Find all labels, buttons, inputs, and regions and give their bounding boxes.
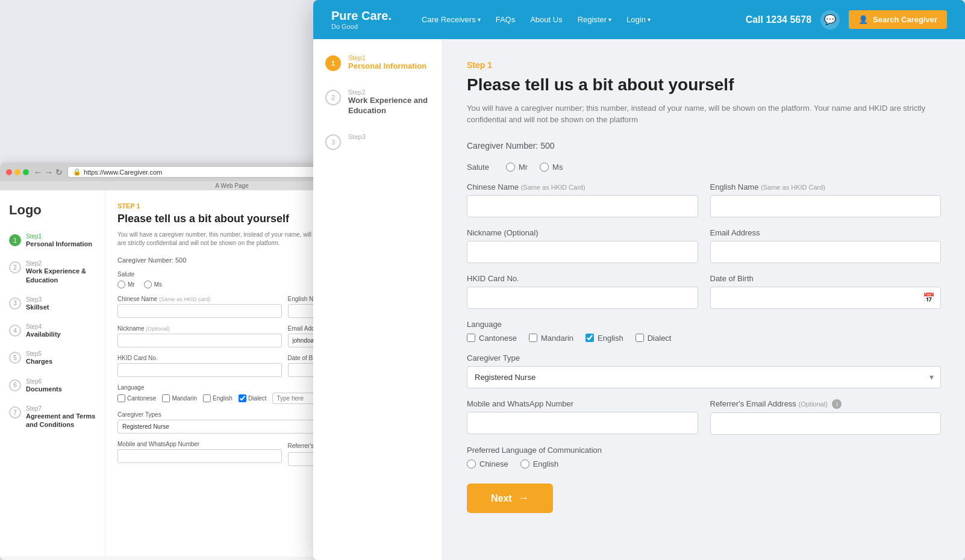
small-step-7-item[interactable]: 7 Step7 Agreement and Terms and Conditio…: [9, 405, 96, 429]
small-cantonese-option[interactable]: Cantonese: [117, 394, 156, 402]
dialect-checkbox[interactable]: [636, 334, 644, 342]
dialect-label: Dialect: [648, 334, 672, 343]
nav-about-us[interactable]: About Us: [530, 15, 562, 24]
nickname-email-row: Nickname (Optional) Email Address: [467, 228, 941, 263]
close-window-dot[interactable]: [6, 169, 12, 175]
next-button-label: Next: [491, 493, 512, 504]
small-radio-mr[interactable]: Mr: [117, 281, 135, 288]
small-step-3-item[interactable]: 3 Step3 Skillset: [9, 296, 96, 311]
forward-arrow-icon[interactable]: →: [45, 167, 53, 177]
small-hkid-input[interactable]: [117, 363, 282, 377]
radio-ms-option[interactable]: Ms: [540, 163, 563, 172]
small-step-2-item[interactable]: 2 Step2 Work Experience & Education: [9, 260, 96, 284]
email-label: Email Address: [710, 228, 942, 237]
form-panel: Step 1 Please tell us a bit about yourse…: [443, 39, 965, 560]
step-3-item[interactable]: 3 Step3: [325, 133, 430, 150]
chinese-name-input[interactable]: [467, 195, 698, 217]
pref-chinese-option[interactable]: Chinese: [467, 459, 508, 468]
url-text: https://www.Caregiver.com: [84, 169, 162, 176]
step-1-item[interactable]: 1 Step1 Personal Information: [325, 54, 430, 72]
next-arrow-icon: →: [518, 492, 529, 505]
step-1-name: Personal Information: [348, 61, 426, 72]
small-step-4-item[interactable]: 4 Step4 Availability: [9, 323, 96, 338]
referrer-input[interactable]: [710, 412, 942, 435]
steps-panel: 1 Step1 Personal Information 2 Step2 Wor…: [313, 39, 443, 560]
small-radio-mr-input[interactable]: [117, 281, 125, 288]
mandarin-option[interactable]: Mandarin: [529, 334, 573, 343]
small-step-1-item[interactable]: 1 Step1 Personal Information: [9, 233, 96, 248]
caregiver-type-section: Caregiver Type Registered Nurse: [467, 353, 941, 388]
pref-language-section: Preferred Language of Communication Chin…: [467, 446, 941, 468]
step-2-item[interactable]: 2 Step2 Work Experience and Education: [325, 89, 430, 116]
whatsapp-icon[interactable]: 💬: [820, 10, 840, 30]
step-2-text: Step2 Work Experience and Education: [348, 89, 430, 116]
mandarin-checkbox[interactable]: [529, 334, 537, 342]
nickname-field: Nickname (Optional): [467, 228, 698, 263]
small-mr-label: Mr: [128, 281, 135, 288]
browser-navigation-arrows[interactable]: ← → ↻: [34, 167, 63, 177]
caregiver-number-display: Caregiver Number: 500: [467, 141, 941, 151]
refresh-icon[interactable]: ↻: [55, 167, 63, 177]
mobile-input[interactable]: [467, 412, 698, 434]
hkid-input[interactable]: [467, 287, 698, 309]
email-input[interactable]: [710, 241, 942, 263]
mobile-referrer-row: Mobile and WhatsApp Number Referrer's Em…: [467, 399, 941, 435]
small-mandarin-option[interactable]: Mandarin: [162, 394, 197, 402]
nav-care-receivers[interactable]: Care Receivers ▾: [422, 15, 481, 24]
pref-chinese-radio[interactable]: [467, 459, 476, 468]
search-caregiver-button[interactable]: 👤 Search Caregiver: [849, 10, 947, 29]
radio-mr-option[interactable]: Mr: [506, 163, 528, 172]
next-button[interactable]: Next →: [467, 484, 553, 513]
small-english-checkbox[interactable]: [203, 394, 211, 402]
small-cantonese-checkbox[interactable]: [117, 394, 125, 402]
small-step-4-name: Availability: [26, 330, 61, 338]
nav-login[interactable]: Login ▾: [626, 15, 651, 24]
small-dialect-checkbox[interactable]: [239, 394, 246, 402]
small-sidebar: Logo 1 Step1 Personal Information 2 Step…: [0, 190, 105, 556]
small-radio-ms-input[interactable]: [144, 281, 152, 288]
radio-mr-input[interactable]: [506, 163, 515, 172]
small-chinese-name-input[interactable]: [117, 304, 282, 318]
referrer-label: Referrer's Email Address (Optional) i: [710, 399, 942, 409]
small-english-option[interactable]: English: [203, 394, 233, 402]
small-radio-ms[interactable]: Ms: [144, 281, 162, 288]
nickname-input[interactable]: [467, 241, 698, 263]
dob-input[interactable]: [710, 287, 942, 309]
radio-ms-input[interactable]: [540, 163, 549, 172]
small-step-5-circle: 5: [9, 352, 21, 364]
email-field: Email Address: [710, 228, 942, 263]
english-name-input[interactable]: [710, 195, 942, 217]
small-step-1-label: Step1: [26, 233, 92, 240]
small-dialect-option[interactable]: Dialect: [239, 394, 267, 402]
pref-english-radio[interactable]: [520, 459, 529, 468]
small-step-6-label: Step6: [26, 378, 62, 385]
small-step-6-item[interactable]: 6 Step6 Documents: [9, 378, 96, 393]
brand-name: Pure Care.: [331, 9, 392, 23]
small-mandarin-checkbox[interactable]: [162, 394, 170, 402]
dob-label: Date of Birth: [710, 274, 942, 283]
small-mobile-input[interactable]: [117, 449, 282, 463]
english-option[interactable]: English: [586, 334, 623, 343]
small-step-6-name: Documents: [26, 385, 62, 393]
dialect-option[interactable]: Dialect: [636, 334, 672, 343]
minimize-window-dot[interactable]: [14, 169, 20, 175]
lock-icon: 🔒: [73, 168, 81, 176]
caregiver-type-select[interactable]: Registered Nurse: [467, 366, 941, 388]
main-window: Pure Care. Do Good Care Receivers ▾ FAQs…: [313, 0, 965, 560]
nav-faqs[interactable]: FAQs: [496, 15, 516, 24]
pref-language-label: Preferred Language of Communication: [467, 446, 941, 455]
english-checkbox[interactable]: [586, 334, 594, 342]
cantonese-checkbox[interactable]: [467, 334, 475, 342]
small-step-4-circle: 4: [9, 325, 21, 337]
back-arrow-icon[interactable]: ←: [34, 167, 42, 177]
pref-english-option[interactable]: English: [520, 459, 559, 468]
step-1-circle: 1: [325, 55, 341, 71]
language-section: Language Cantonese Mandarin English: [467, 320, 941, 343]
small-step-5-item[interactable]: 5 Step5 Charges: [9, 350, 96, 366]
nav-right: Call 1234 5678 💬 👤 Search Caregiver: [746, 10, 947, 30]
maximize-window-dot[interactable]: [23, 169, 29, 175]
nav-register[interactable]: Register ▾: [578, 15, 611, 24]
referrer-info-icon[interactable]: i: [832, 399, 842, 409]
cantonese-option[interactable]: Cantonese: [467, 334, 517, 343]
small-nickname-input[interactable]: [117, 334, 282, 347]
